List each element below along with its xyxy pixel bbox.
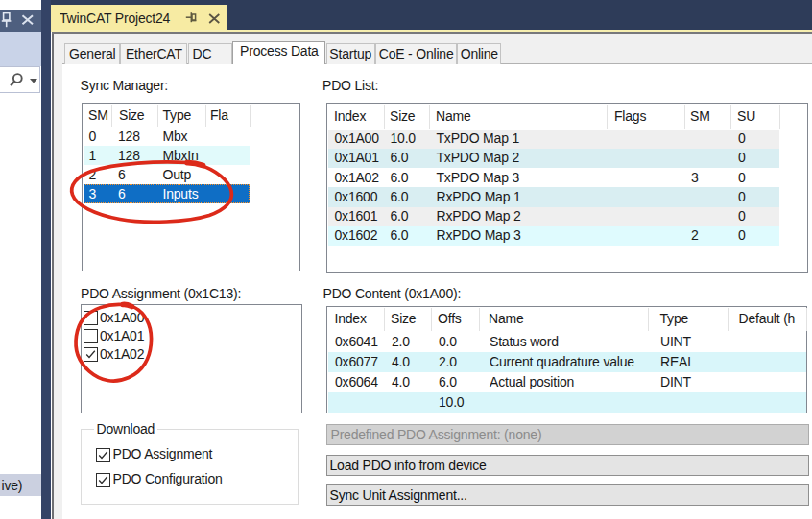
column-separator	[205, 105, 206, 127]
column-header[interactable]: SM	[690, 109, 710, 124]
column-header[interactable]: Flags	[614, 109, 646, 124]
table-row[interactable]: 0x60774.02.0Current quadrature valueREAL	[328, 352, 807, 372]
column-header[interactable]: SM	[88, 108, 108, 123]
column-header[interactable]: Fla	[210, 108, 228, 123]
cell: Current quadrature value	[490, 355, 634, 369]
pin-icon[interactable]	[1, 12, 13, 29]
tool-panel-selected-item[interactable]: ive)	[0, 474, 41, 496]
tab-dc[interactable]: DC	[188, 43, 233, 63]
table-row[interactable]: 0x16016.0RxPDO Map 20	[328, 207, 779, 226]
cell: 0x1A01	[335, 151, 379, 165]
cell: 2	[89, 168, 97, 182]
table-row[interactable]: 0x16026.0RxPDO Map 320	[328, 226, 779, 246]
pdo-assignment-item[interactable]: 0x1A00	[100, 311, 144, 325]
column-separator	[384, 308, 385, 331]
checkbox-checked[interactable]	[96, 448, 110, 462]
cell: Mbx	[163, 130, 188, 144]
column-separator	[648, 308, 649, 331]
table-row[interactable]: 0x1A026.0TxPDO Map 330	[328, 168, 779, 187]
table-row[interactable]: 10.0	[328, 392, 807, 413]
predefined-pdo-assignment-combo[interactable]: Predefined PDO Assignment: (none)	[326, 424, 810, 445]
cell: 0	[738, 190, 746, 204]
tab-coe-online[interactable]: CoE - Online	[375, 43, 458, 63]
checkbox-checked[interactable]	[84, 347, 98, 362]
close-icon[interactable]	[208, 13, 221, 25]
chevron-down-icon[interactable]	[30, 79, 37, 83]
checkbox-checked[interactable]	[96, 473, 110, 487]
cell: MbxIn	[163, 149, 199, 163]
sync-unit-assignment-button[interactable]: Sync Unit Assignment...	[326, 484, 809, 506]
cell: 4.0	[392, 375, 410, 389]
panel-splitter[interactable]	[41, 0, 51, 519]
tool-panel-titlebar	[0, 10, 41, 33]
column-separator	[730, 105, 731, 129]
document-tab[interactable]: TwinCAT Project24	[51, 5, 227, 30]
cell: 6.0	[391, 209, 409, 224]
pdo-assignment-list[interactable]: 0x1A000x1A01 0x1A02	[81, 304, 302, 413]
column-header[interactable]: Type	[660, 312, 689, 326]
table-row[interactable]: 0x1A0010.0TxPDO Map 10	[328, 130, 779, 149]
tab-process-data[interactable]: Process Data	[232, 41, 325, 65]
pdo-assignment-item[interactable]: 0x1A01	[100, 329, 144, 343]
cell: 2.0	[392, 335, 410, 349]
table-row[interactable]: 26Outp	[84, 165, 250, 184]
column-header[interactable]: Index	[334, 109, 366, 124]
tab-online[interactable]: Online	[457, 43, 501, 63]
tab-general[interactable]: General	[64, 43, 120, 63]
cell: 6.0	[391, 171, 409, 185]
table-row[interactable]: 0128Mbx	[84, 128, 250, 147]
cell: 0	[89, 130, 97, 144]
column-separator	[431, 308, 432, 331]
table-row[interactable]: 0x60412.00.0Status wordUINT	[328, 332, 807, 352]
cell: 2	[691, 228, 699, 243]
table-row[interactable]: 0x16006.0RxPDO Map 10	[328, 187, 779, 206]
column-header[interactable]: Type	[163, 108, 192, 123]
column-header[interactable]: Name	[489, 312, 524, 326]
tab-startup[interactable]: Startup	[326, 43, 375, 63]
cell: 0x1A00	[335, 131, 379, 146]
close-icon[interactable]	[21, 14, 35, 26]
cell: 128	[118, 130, 140, 144]
cell: Outp	[163, 168, 192, 182]
sync-manager-table[interactable]: SMSizeTypeFla0128Mbx1128MbxIn26Outp36Inp…	[82, 103, 300, 271]
column-header[interactable]: Size	[119, 108, 144, 123]
cell: 0	[738, 228, 746, 243]
download-group-label: Download	[94, 422, 158, 436]
cell: 0.0	[439, 335, 457, 349]
search-icon	[7, 70, 26, 91]
cell: UINT	[660, 335, 691, 349]
pdo-assignment-item[interactable]: 0x1A02	[100, 347, 144, 362]
download-option-label: PDO Assignment	[113, 447, 213, 461]
pdo-content-table[interactable]: IndexSizeOffsNameTypeDefault (h0x60412.0…	[326, 306, 808, 413]
cell: 0x6064	[335, 375, 378, 389]
column-header[interactable]: Default (h	[739, 312, 796, 326]
table-row[interactable]: 0x60644.06.0Actual positionDINT	[328, 372, 807, 392]
load-pdo-info-button[interactable]: Load PDO info from device	[326, 455, 809, 476]
cell: 2.0	[439, 355, 457, 369]
tool-panel-toolbar	[0, 32, 41, 66]
cell: TxPDO Map 2	[437, 151, 520, 165]
table-row[interactable]: 36Inputs	[84, 184, 250, 203]
column-header[interactable]: SU	[737, 109, 755, 124]
cell: 0x1602	[335, 228, 378, 243]
cell: 0	[738, 209, 746, 224]
table-row[interactable]: 0x1A016.0TxPDO Map 20	[328, 149, 779, 168]
cell: RxPDO Map 2	[437, 209, 521, 224]
column-header[interactable]: Size	[390, 109, 415, 124]
column-header[interactable]: Size	[391, 312, 416, 326]
column-header[interactable]: Name	[436, 109, 471, 124]
column-header[interactable]: Offs	[438, 312, 462, 326]
checkbox-unchecked[interactable]	[84, 329, 98, 343]
column-header[interactable]: Index	[335, 312, 367, 326]
pdo-list-table[interactable]: IndexSizeNameFlagsSMSU0x1A0010.0TxPDO Ma…	[326, 103, 808, 273]
cell: Inputs	[163, 187, 199, 201]
table-row[interactable]: 1128MbxIn	[84, 146, 250, 165]
column-separator	[728, 308, 729, 331]
pin-icon[interactable]	[185, 8, 198, 24]
column-separator	[806, 308, 807, 331]
cell: 6.0	[391, 190, 409, 204]
tab-ethercat[interactable]: EtherCAT	[120, 43, 187, 63]
cell: 0x6077	[335, 355, 378, 369]
search-input[interactable]	[0, 66, 40, 93]
checkbox-unchecked[interactable]	[84, 311, 98, 325]
